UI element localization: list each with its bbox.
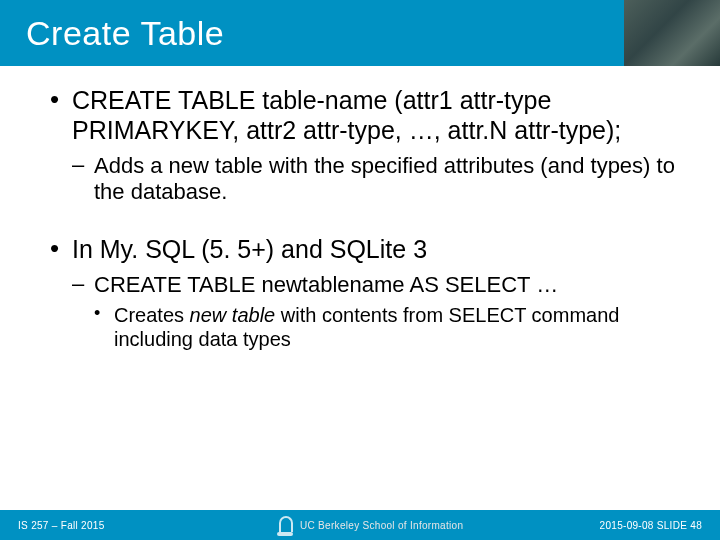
footer-logo: UC Berkeley School of Information — [276, 514, 463, 536]
footer-left: IS 257 – Fall 2015 — [18, 520, 105, 531]
bullet-lvl2: Adds a new table with the specified attr… — [72, 153, 686, 205]
slide-title: Create Table — [26, 14, 224, 53]
bullet-text: CREATE TABLE newtablename AS SELECT … — [94, 272, 686, 298]
title-bar: Create Table — [0, 0, 720, 66]
bullet-lvl2: CREATE TABLE newtablename AS SELECT … Cr… — [72, 272, 686, 351]
bullet-lvl1: CREATE TABLE table-name (attr1 attr-type… — [50, 86, 686, 205]
text-span: Creates — [114, 304, 190, 326]
footer-bar: IS 257 – Fall 2015 UC Berkeley School of… — [0, 510, 720, 540]
bullet-lvl1: In My. SQL (5. 5+) and SQLite 3 CREATE T… — [50, 235, 686, 352]
bullet-text: CREATE TABLE table-name (attr1 attr-type… — [72, 86, 686, 145]
footer-right: 2015-09-08 SLIDE 48 — [600, 520, 702, 531]
bullet-lvl3: Creates new table with contents from SEL… — [94, 304, 686, 351]
bullet-text: Creates new table with contents from SEL… — [114, 304, 686, 351]
text-italic: new table — [190, 304, 276, 326]
bullet-text: Adds a new table with the specified attr… — [94, 153, 686, 205]
logo-icon — [276, 514, 294, 536]
footer-center: UC Berkeley School of Information — [300, 520, 463, 531]
decorative-photo — [624, 0, 720, 66]
slide-body: CREATE TABLE table-name (attr1 attr-type… — [0, 66, 720, 352]
slide-container: Create Table CREATE TABLE table-name (at… — [0, 0, 720, 540]
bullet-text: In My. SQL (5. 5+) and SQLite 3 — [72, 235, 686, 265]
